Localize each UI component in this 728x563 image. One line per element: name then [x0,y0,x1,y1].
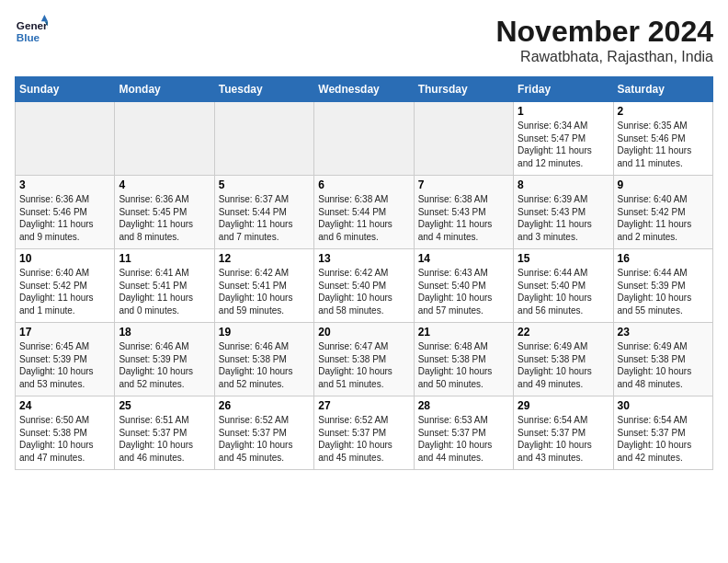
calendar-day-cell: 16Sunrise: 6:44 AM Sunset: 5:39 PM Dayli… [613,249,712,323]
day-number: 25 [119,399,210,412]
calendar-day-cell: 19Sunrise: 6:46 AM Sunset: 5:38 PM Dayli… [214,323,313,396]
calendar-day-cell: 23Sunrise: 6:49 AM Sunset: 5:38 PM Dayli… [613,323,712,396]
day-info: Sunrise: 6:46 AM Sunset: 5:39 PM Dayligh… [119,340,210,390]
day-info: Sunrise: 6:44 AM Sunset: 5:40 PM Dayligh… [518,267,609,316]
day-info: Sunrise: 6:52 AM Sunset: 5:37 PM Dayligh… [219,414,310,464]
svg-text:Blue: Blue [17,31,40,43]
day-number: 14 [418,252,509,265]
day-info: Sunrise: 6:53 AM Sunset: 5:37 PM Dayligh… [418,414,509,464]
day-number: 30 [618,399,709,412]
calendar-table: SundayMondayTuesdayWednesdayThursdayFrid… [15,76,713,470]
day-info: Sunrise: 6:35 AM Sunset: 5:46 PM Dayligh… [618,120,709,169]
calendar-day-cell: 10Sunrise: 6:40 AM Sunset: 5:42 PM Dayli… [16,249,115,323]
logo-icon: General Blue [15,15,48,48]
day-number: 3 [19,178,110,191]
day-number: 4 [119,178,210,191]
day-info: Sunrise: 6:42 AM Sunset: 5:41 PM Dayligh… [219,267,310,316]
day-number: 2 [618,105,709,118]
day-number: 12 [219,252,310,265]
day-number: 29 [518,399,609,412]
day-number: 24 [19,399,110,412]
calendar-day-cell: 5Sunrise: 6:37 AM Sunset: 5:44 PM Daylig… [214,176,313,249]
day-info: Sunrise: 6:36 AM Sunset: 5:45 PM Dayligh… [119,193,210,243]
calendar-day-cell: 12Sunrise: 6:42 AM Sunset: 5:41 PM Dayli… [214,249,313,323]
weekday-header-row: SundayMondayTuesdayWednesdayThursdayFrid… [16,77,713,102]
calendar-day-cell: 8Sunrise: 6:39 AM Sunset: 5:43 PM Daylig… [514,176,613,249]
calendar-day-cell: 14Sunrise: 6:43 AM Sunset: 5:40 PM Dayli… [414,249,513,323]
weekday-header-tuesday: Tuesday [214,77,313,102]
day-number: 20 [318,326,409,339]
month-title: November 2024 [495,15,713,49]
weekday-header-sunday: Sunday [16,77,115,102]
logo: General Blue [15,15,48,48]
calendar-day-cell: 25Sunrise: 6:51 AM Sunset: 5:37 PM Dayli… [115,396,214,470]
day-number: 10 [19,252,110,265]
day-number: 21 [418,326,509,339]
day-info: Sunrise: 6:39 AM Sunset: 5:43 PM Dayligh… [518,193,609,243]
day-number: 9 [618,178,709,191]
day-info: Sunrise: 6:51 AM Sunset: 5:37 PM Dayligh… [119,414,210,464]
day-info: Sunrise: 6:40 AM Sunset: 5:42 PM Dayligh… [618,193,709,243]
weekday-header-saturday: Saturday [613,77,712,102]
day-number: 11 [119,252,210,265]
calendar-day-cell: 18Sunrise: 6:46 AM Sunset: 5:39 PM Dayli… [115,323,214,396]
calendar-day-cell: 13Sunrise: 6:42 AM Sunset: 5:40 PM Dayli… [314,249,414,323]
day-info: Sunrise: 6:54 AM Sunset: 5:37 PM Dayligh… [518,414,609,464]
day-info: Sunrise: 6:37 AM Sunset: 5:44 PM Dayligh… [219,193,310,243]
day-info: Sunrise: 6:38 AM Sunset: 5:44 PM Dayligh… [318,193,409,243]
day-number: 19 [219,326,310,339]
calendar-day-cell: 11Sunrise: 6:41 AM Sunset: 5:41 PM Dayli… [115,249,214,323]
weekday-header-monday: Monday [115,77,214,102]
calendar-day-cell: 21Sunrise: 6:48 AM Sunset: 5:38 PM Dayli… [414,323,513,396]
calendar-day-cell [214,102,313,176]
day-number: 15 [518,252,609,265]
calendar-day-cell: 9Sunrise: 6:40 AM Sunset: 5:42 PM Daylig… [613,176,712,249]
calendar-day-cell: 30Sunrise: 6:54 AM Sunset: 5:37 PM Dayli… [613,396,712,470]
day-number: 27 [318,399,409,412]
calendar-day-cell: 4Sunrise: 6:36 AM Sunset: 5:45 PM Daylig… [115,176,214,249]
day-number: 1 [518,105,609,118]
day-info: Sunrise: 6:49 AM Sunset: 5:38 PM Dayligh… [518,340,609,390]
day-number: 23 [618,326,709,339]
calendar-day-cell: 22Sunrise: 6:49 AM Sunset: 5:38 PM Dayli… [514,323,613,396]
calendar-day-cell [414,102,513,176]
calendar-day-cell: 20Sunrise: 6:47 AM Sunset: 5:38 PM Dayli… [314,323,414,396]
day-number: 28 [418,399,509,412]
day-info: Sunrise: 6:50 AM Sunset: 5:38 PM Dayligh… [19,414,110,464]
day-number: 5 [219,178,310,191]
calendar-day-cell: 29Sunrise: 6:54 AM Sunset: 5:37 PM Dayli… [514,396,613,470]
day-info: Sunrise: 6:54 AM Sunset: 5:37 PM Dayligh… [618,414,709,464]
calendar-day-cell [16,102,115,176]
calendar-day-cell: 7Sunrise: 6:38 AM Sunset: 5:43 PM Daylig… [414,176,513,249]
location-title: Rawatbhata, Rajasthan, India [495,49,713,65]
calendar-day-cell: 15Sunrise: 6:44 AM Sunset: 5:40 PM Dayli… [514,249,613,323]
day-info: Sunrise: 6:38 AM Sunset: 5:43 PM Dayligh… [418,193,509,243]
day-info: Sunrise: 6:47 AM Sunset: 5:38 PM Dayligh… [318,340,409,390]
weekday-header-wednesday: Wednesday [314,77,414,102]
day-number: 7 [418,178,509,191]
calendar-day-cell: 1Sunrise: 6:34 AM Sunset: 5:47 PM Daylig… [514,102,613,176]
calendar-day-cell: 3Sunrise: 6:36 AM Sunset: 5:46 PM Daylig… [16,176,115,249]
calendar-day-cell [115,102,214,176]
day-number: 18 [119,326,210,339]
header: General Blue November 2024 Rawatbhata, R… [15,15,713,65]
calendar-day-cell: 27Sunrise: 6:52 AM Sunset: 5:37 PM Dayli… [314,396,414,470]
calendar-day-cell: 17Sunrise: 6:45 AM Sunset: 5:39 PM Dayli… [16,323,115,396]
calendar-week-row: 24Sunrise: 6:50 AM Sunset: 5:38 PM Dayli… [16,396,713,470]
svg-marker-2 [41,15,48,21]
day-number: 16 [618,252,709,265]
calendar-day-cell: 24Sunrise: 6:50 AM Sunset: 5:38 PM Dayli… [16,396,115,470]
day-info: Sunrise: 6:49 AM Sunset: 5:38 PM Dayligh… [618,340,709,390]
calendar-day-cell: 6Sunrise: 6:38 AM Sunset: 5:44 PM Daylig… [314,176,414,249]
calendar-week-row: 10Sunrise: 6:40 AM Sunset: 5:42 PM Dayli… [16,249,713,323]
day-info: Sunrise: 6:45 AM Sunset: 5:39 PM Dayligh… [19,340,110,390]
day-info: Sunrise: 6:36 AM Sunset: 5:46 PM Dayligh… [19,193,110,243]
day-info: Sunrise: 6:48 AM Sunset: 5:38 PM Dayligh… [418,340,509,390]
day-info: Sunrise: 6:41 AM Sunset: 5:41 PM Dayligh… [119,267,210,316]
day-number: 26 [219,399,310,412]
day-number: 6 [318,178,409,191]
calendar-day-cell: 2Sunrise: 6:35 AM Sunset: 5:46 PM Daylig… [613,102,712,176]
calendar-day-cell: 28Sunrise: 6:53 AM Sunset: 5:37 PM Dayli… [414,396,513,470]
calendar-week-row: 1Sunrise: 6:34 AM Sunset: 5:47 PM Daylig… [16,102,713,176]
calendar-week-row: 3Sunrise: 6:36 AM Sunset: 5:46 PM Daylig… [16,176,713,249]
